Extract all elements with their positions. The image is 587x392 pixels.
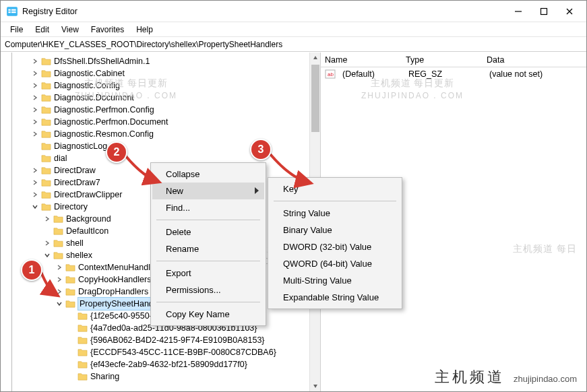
tree-item-label: DragDropHandlers	[78, 286, 148, 298]
tree-item[interactable]: {596AB062-B4D2-4215-9F74-E9109B0A8153}	[6, 334, 320, 346]
window-minimize-button[interactable]	[514, 7, 523, 16]
submenu-arrow-icon	[255, 186, 259, 196]
tree-expander-icon[interactable]	[30, 57, 40, 66]
tree-expander-icon[interactable]	[30, 166, 40, 175]
tree-item[interactable]: Diagnostic.Cabinet	[6, 67, 320, 79]
tree-expander-icon[interactable]	[30, 202, 40, 211]
folder-icon	[41, 141, 51, 152]
tree-item-label: Diagnostic.Perfmon.Document	[54, 116, 168, 128]
tree-item-label: Diagnostic.Config	[54, 79, 120, 92]
tree-item[interactable]: Diagnostic.Config	[6, 79, 320, 92]
folder-icon	[78, 323, 88, 333]
tree-item[interactable]: Sharing	[6, 370, 320, 383]
window-close-button[interactable]	[565, 7, 574, 16]
tree-expander-icon[interactable]	[30, 129, 40, 139]
tree-item-label: Diagnostic.Document	[54, 92, 134, 104]
tree-item[interactable]: Diagnostic.Document	[6, 92, 320, 104]
new-item-string-value[interactable]: String Value	[270, 205, 400, 222]
new-item-dword-bit-value[interactable]: DWORD (32-bit) Value	[270, 238, 400, 255]
tree-expander-icon[interactable]	[42, 251, 52, 260]
tree-expander-icon[interactable]	[42, 238, 52, 248]
tree-item-label: {596AB062-B4D2-4215-9F74-E9109B0A8153}	[90, 334, 265, 346]
folder-icon	[41, 81, 51, 91]
tree-expander-icon[interactable]	[30, 81, 40, 90]
new-item-binary-value[interactable]: Binary Value	[270, 222, 400, 238]
tree-item-label: Sharing	[90, 370, 119, 383]
folder-icon	[41, 190, 51, 200]
folder-icon	[78, 360, 88, 370]
tree-expander-icon[interactable]	[30, 190, 40, 199]
annotation-bubble-1: 1	[21, 259, 42, 281]
address-text: Computer\HKEY_CLASSES_ROOT\Directory\she…	[5, 40, 282, 49]
tree-item[interactable]: Diagnostic.Perfmon.Config	[6, 104, 320, 116]
folder-icon	[53, 238, 63, 249]
folder-icon	[53, 214, 63, 224]
folder-icon	[41, 154, 51, 164]
folder-icon	[41, 69, 51, 79]
window-title: Registry Editor	[22, 7, 78, 16]
tree-item-label: DfsShell.DfsShellAdmin.1	[54, 55, 150, 67]
window-titlebar: Registry Editor	[1, 1, 586, 22]
tree-item-label: Diagnostic.Cabinet	[54, 67, 125, 79]
col-name[interactable]: Name	[321, 55, 402, 65]
tree-item-label: {ECCDF543-45CC-11CE-B9BF-0080C87CDBA6}	[90, 346, 276, 358]
folder-icon	[41, 166, 51, 176]
context-item-permissions[interactable]: Permissions...	[152, 282, 264, 298]
tree-expander-icon[interactable]	[30, 69, 40, 78]
tree-expander-icon	[67, 323, 76, 333]
tree-item[interactable]: {ef43ecfe-2ab9-4632-bf21-58909dd177f0}	[6, 358, 320, 370]
svg-marker-10	[313, 385, 317, 388]
new-item-qword-bit-value[interactable]: QWORD (64-bit) Value	[270, 255, 400, 272]
col-type[interactable]: Type	[402, 55, 483, 65]
values-header[interactable]: Name Type Data	[321, 53, 586, 67]
tree-expander-icon[interactable]	[42, 214, 52, 224]
svg-rect-2	[11, 9, 16, 10]
tree-item[interactable]: Diagnostic.Resmon.Config	[6, 128, 320, 140]
tree-expander-icon[interactable]	[30, 93, 40, 102]
tree-item-label: DefaultIcon	[66, 225, 109, 237]
tree-item-label: Background	[66, 213, 111, 225]
new-item-multi-string-value[interactable]: Multi-String Value	[270, 272, 400, 289]
folder-icon	[41, 93, 51, 103]
annotation-bubble-3: 3	[250, 139, 272, 160]
value-row[interactable]: ab(Default)REG_SZ(value not set)	[321, 67, 586, 81]
folder-icon	[41, 117, 51, 127]
folder-icon	[78, 311, 88, 321]
tree-expander-icon[interactable]	[30, 178, 40, 187]
tree-expander-icon	[30, 154, 40, 163]
regedit-app-icon	[6, 5, 18, 18]
context-submenu-new[interactable]: KeyString ValueBinary ValueDWORD (32-bit…	[268, 177, 402, 309]
context-item-find[interactable]: Find...	[152, 199, 264, 216]
reg-sz-icon: ab	[325, 69, 336, 79]
menu-help[interactable]: Help	[131, 24, 158, 36]
folder-icon	[78, 372, 88, 382]
address-bar[interactable]: Computer\HKEY_CLASSES_ROOT\Directory\she…	[1, 37, 586, 52]
window-maximize-button[interactable]	[539, 7, 549, 16]
menu-edit[interactable]: Edit	[30, 24, 55, 36]
tree-item-label: Directory	[54, 201, 88, 213]
tree-expander-icon	[42, 226, 52, 236]
annotation-bubble-2: 2	[106, 141, 127, 163]
context-item-copy-key-name[interactable]: Copy Key Name	[152, 306, 264, 323]
context-item-export[interactable]: Export	[152, 265, 264, 282]
folder-icon	[41, 129, 51, 139]
svg-rect-3	[8, 11, 10, 13]
tree-expander-icon[interactable]	[30, 117, 40, 127]
menu-file[interactable]: File	[5, 24, 28, 36]
menu-favorites[interactable]: Favorites	[86, 24, 129, 36]
svg-text:ab: ab	[328, 71, 334, 77]
new-item-expandable-string-value[interactable]: Expandable String Value	[270, 289, 400, 306]
tree-item[interactable]: {ECCDF543-45CC-11CE-B9BF-0080C87CDBA6}	[6, 346, 320, 358]
value-name: (Default)	[338, 69, 404, 79]
svg-rect-1	[8, 9, 10, 10]
context-item-rename[interactable]: Rename	[152, 240, 264, 257]
tree-expander-icon	[67, 311, 76, 321]
tree-item[interactable]: Diagnostic.Perfmon.Document	[6, 116, 320, 128]
tree-expander-icon[interactable]	[30, 105, 40, 115]
tree-item[interactable]: DfsShell.DfsShellAdmin.1	[6, 55, 320, 67]
col-data[interactable]: Data	[483, 55, 586, 65]
tree-item-label: CopyHookHandlers	[78, 273, 151, 286]
tree-item-label: shellex	[66, 249, 92, 261]
menu-view[interactable]: View	[56, 24, 84, 36]
context-item-delete[interactable]: Delete	[152, 224, 264, 240]
